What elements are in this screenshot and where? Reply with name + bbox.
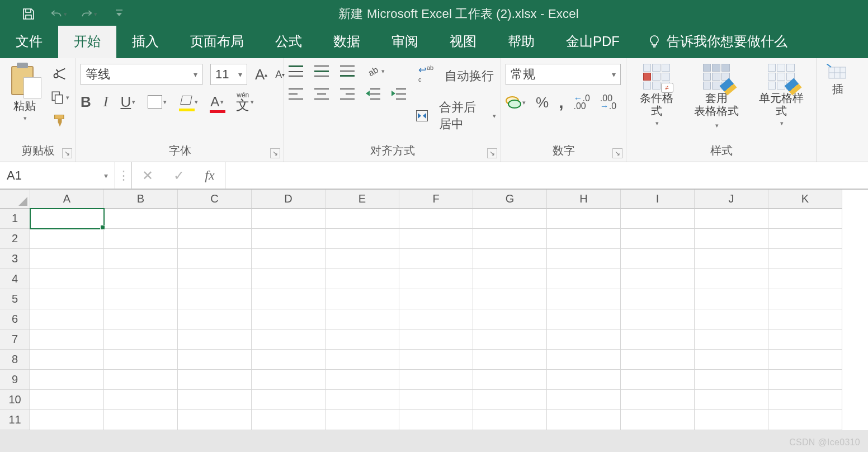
cell-F3[interactable] xyxy=(399,249,473,269)
cell-C11[interactable] xyxy=(178,410,252,430)
cell-E5[interactable] xyxy=(326,289,399,309)
phonetic-guide-button[interactable]: wén文▾ xyxy=(236,92,254,112)
cell-B1[interactable] xyxy=(104,209,178,229)
cell-H5[interactable] xyxy=(547,289,621,309)
cell-D5[interactable] xyxy=(252,289,326,309)
cell-J2[interactable] xyxy=(695,229,768,249)
col-header-D[interactable]: D xyxy=(252,190,326,209)
cell-E3[interactable] xyxy=(326,249,399,269)
cell-F4[interactable] xyxy=(399,269,473,289)
bold-button[interactable]: B xyxy=(81,93,91,111)
cell-D1[interactable] xyxy=(252,209,326,229)
cell-I4[interactable] xyxy=(621,269,695,289)
cell-C1[interactable] xyxy=(178,209,252,229)
borders-button[interactable]: ▾ xyxy=(148,95,167,109)
cell-D7[interactable] xyxy=(252,329,326,350)
cell-K9[interactable] xyxy=(768,370,842,390)
cell-H2[interactable] xyxy=(547,229,621,249)
number-format-combo[interactable]: 常规▾ xyxy=(506,64,621,85)
decrease-font-button[interactable]: A▾ xyxy=(275,69,285,81)
name-box[interactable]: A1 ▾ xyxy=(0,162,115,189)
cell-D4[interactable] xyxy=(252,269,326,289)
formula-input[interactable] xyxy=(225,162,868,189)
col-header-E[interactable]: E xyxy=(326,190,399,209)
col-header-I[interactable]: I xyxy=(621,190,695,209)
cell-E7[interactable] xyxy=(326,329,399,350)
cell-I3[interactable] xyxy=(621,249,695,269)
orientation-button[interactable]: ab▾ xyxy=(366,64,385,78)
cell-K11[interactable] xyxy=(768,410,842,430)
cell-H9[interactable] xyxy=(547,370,621,390)
align-left-button[interactable] xyxy=(289,88,303,100)
decrease-indent-button[interactable] xyxy=(366,88,380,100)
cell-K10[interactable] xyxy=(768,390,842,410)
font-color-button[interactable]: A▾ xyxy=(210,94,224,110)
cell-E9[interactable] xyxy=(326,370,399,390)
cell-styles-button[interactable]: 单元格样式 ▾ xyxy=(751,64,812,127)
cell-K3[interactable] xyxy=(768,249,842,269)
cell-A5[interactable] xyxy=(30,289,104,309)
cell-K7[interactable] xyxy=(768,329,842,350)
cell-J4[interactable] xyxy=(695,269,768,289)
cell-H7[interactable] xyxy=(547,329,621,350)
col-header-B[interactable]: B xyxy=(104,190,178,209)
cell-C8[interactable] xyxy=(178,350,252,370)
cell-C9[interactable] xyxy=(178,370,252,390)
cell-I8[interactable] xyxy=(621,350,695,370)
undo-button[interactable]: ▾ xyxy=(50,6,67,22)
cell-C5[interactable] xyxy=(178,289,252,309)
increase-font-button[interactable]: A▴ xyxy=(255,66,267,83)
cell-I9[interactable] xyxy=(621,370,695,390)
redo-button[interactable]: ▾ xyxy=(81,6,97,22)
conditional-formatting-button[interactable]: ≠ 条件格式 ▾ xyxy=(631,64,682,127)
font-dialog-launcher[interactable] xyxy=(270,148,280,158)
enter-formula-button[interactable]: ✓ xyxy=(163,162,195,189)
cell-J8[interactable] xyxy=(695,350,768,370)
cell-E11[interactable] xyxy=(326,410,399,430)
cell-H4[interactable] xyxy=(547,269,621,289)
underline-button[interactable]: U▾ xyxy=(120,93,135,111)
tab-view[interactable]: 视图 xyxy=(434,26,492,58)
cell-A11[interactable] xyxy=(30,410,104,430)
cell-E6[interactable] xyxy=(326,309,399,329)
cell-B10[interactable] xyxy=(104,390,178,410)
cell-I7[interactable] xyxy=(621,329,695,350)
cell-I6[interactable] xyxy=(621,309,695,329)
cell-D8[interactable] xyxy=(252,350,326,370)
cell-E1[interactable] xyxy=(326,209,399,229)
cell-I1[interactable] xyxy=(621,209,695,229)
tab-page-layout[interactable]: 页面布局 xyxy=(174,26,260,58)
paste-button[interactable]: 粘贴 ▾ xyxy=(4,64,45,122)
merge-center-button[interactable]: 合并后居中 ▾ xyxy=(416,99,496,133)
tab-review[interactable]: 审阅 xyxy=(376,26,434,58)
qat-customize-button[interactable] xyxy=(111,6,128,22)
cell-A6[interactable] xyxy=(30,309,104,329)
cell-B5[interactable] xyxy=(104,289,178,309)
cell-D6[interactable] xyxy=(252,309,326,329)
fill-color-button[interactable]: ▾ xyxy=(179,96,198,108)
cell-F7[interactable] xyxy=(399,329,473,350)
cell-J9[interactable] xyxy=(695,370,768,390)
insert-cells-button[interactable]: 插 xyxy=(821,64,855,96)
cell-G10[interactable] xyxy=(473,390,547,410)
cell-F11[interactable] xyxy=(399,410,473,430)
row-header-8[interactable]: 8 xyxy=(0,350,30,370)
alignment-dialog-launcher[interactable] xyxy=(487,148,497,158)
col-header-G[interactable]: G xyxy=(473,190,547,209)
wrap-text-button[interactable]: ↩abc 自动换行 xyxy=(416,64,496,88)
align-right-button[interactable] xyxy=(340,88,355,100)
cell-F2[interactable] xyxy=(399,229,473,249)
cell-K1[interactable] xyxy=(768,209,842,229)
cell-J11[interactable] xyxy=(695,410,768,430)
row-header-1[interactable]: 1 xyxy=(0,209,30,229)
fx-button[interactable]: fx xyxy=(195,162,225,189)
cell-F6[interactable] xyxy=(399,309,473,329)
row-header-7[interactable]: 7 xyxy=(0,329,30,350)
cell-A8[interactable] xyxy=(30,350,104,370)
font-size-combo[interactable]: 11▾ xyxy=(210,64,247,85)
col-header-H[interactable]: H xyxy=(547,190,621,209)
cell-A3[interactable] xyxy=(30,249,104,269)
col-header-K[interactable]: K xyxy=(768,190,842,209)
tab-formulas[interactable]: 公式 xyxy=(260,26,318,58)
cell-F9[interactable] xyxy=(399,370,473,390)
